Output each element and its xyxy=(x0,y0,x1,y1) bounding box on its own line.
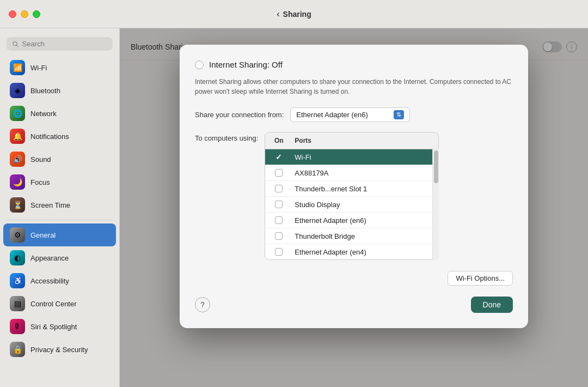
internet-sharing-radio[interactable] xyxy=(195,61,204,69)
internet-sharing-title: Internet Sharing: Off xyxy=(209,60,283,69)
port-row-thunderbolt-ethernet[interactable]: Thunderb...ernet Slot 1 xyxy=(265,181,438,197)
sidebar-label-network: Network xyxy=(30,110,57,118)
notifications-icon: 🔔 xyxy=(10,129,25,144)
sound-icon: 🔊 xyxy=(10,152,25,167)
sidebar-label-controlcenter: Control Center xyxy=(30,300,77,308)
sidebar-items: 📶Wi-Fi◈Bluetooth🌐Network🔔Notifications🔊S… xyxy=(0,56,119,361)
sidebar-label-privacy: Privacy & Security xyxy=(30,346,88,354)
share-from-label: Share your connection from: xyxy=(195,111,284,119)
port-row-studio-display[interactable]: Studio Display xyxy=(265,197,438,213)
port-checkbox-ethernet-en4[interactable] xyxy=(275,248,283,256)
port-checkbox-col-ethernet-en6 xyxy=(265,216,292,224)
port-checkmark-wifi: ✓ xyxy=(275,153,282,161)
port-checkbox-thunderbolt-bridge[interactable] xyxy=(275,232,283,240)
sidebar-item-siri[interactable]: 🎙Siri & Spotlight xyxy=(3,315,116,338)
port-name-ax88179a: AX88179A xyxy=(295,169,328,177)
sidebar-item-screentime[interactable]: ⏳Screen Time xyxy=(3,194,116,216)
ports-header-on: On xyxy=(265,135,292,147)
port-name-ethernet-en4: Ethernet Adapter (en4) xyxy=(295,248,366,256)
port-checkbox-col-ax88179a xyxy=(265,169,292,177)
port-name-col-wifi: Wi-Fi xyxy=(292,152,438,162)
port-name-col-thunderbolt-ethernet: Thunderb...ernet Slot 1 xyxy=(292,184,438,194)
controlcenter-icon: ▤ xyxy=(10,296,25,311)
port-row-ethernet-en6[interactable]: Ethernet Adapter (en6) xyxy=(265,213,438,228)
port-checkbox-col-wifi: ✓ xyxy=(265,153,292,161)
port-row-ethernet-en4[interactable]: Ethernet Adapter (en4) xyxy=(265,244,438,259)
content-area: Bluetooth Sharing i Internet Sharing: Of… xyxy=(120,28,588,387)
page-title: Sharing xyxy=(283,10,311,19)
sidebar-label-wifi: Wi-Fi xyxy=(30,64,47,72)
modal-bottom: ? Done xyxy=(195,297,513,313)
port-name-thunderbolt-bridge: Thunderbolt Bridge xyxy=(295,232,355,240)
window-title: ‹ Sharing xyxy=(277,9,311,19)
port-checkbox-ax88179a[interactable] xyxy=(275,169,283,177)
port-name-wifi: Wi-Fi xyxy=(295,153,311,161)
sidebar-label-accessibility: Accessibility xyxy=(30,277,69,285)
main-layout: 📶Wi-Fi◈Bluetooth🌐Network🔔Notifications🔊S… xyxy=(0,28,588,387)
sidebar-label-siri: Siri & Spotlight xyxy=(30,323,77,331)
svg-line-1 xyxy=(16,45,18,46)
sidebar-item-bluetooth[interactable]: ◈Bluetooth xyxy=(3,79,116,102)
to-computers-row: To computers using: On Ports ✓Wi-FiAX881… xyxy=(195,132,513,260)
sidebar-item-notifications[interactable]: 🔔Notifications xyxy=(3,125,116,148)
port-name-col-ax88179a: AX88179A xyxy=(292,168,438,178)
ports-header-name: Ports xyxy=(292,135,438,147)
back-button[interactable]: ‹ xyxy=(277,9,279,19)
port-checkbox-col-ethernet-en4 xyxy=(265,248,292,256)
dropdown-arrows-icon: ⇅ xyxy=(394,110,404,119)
port-name-col-ethernet-en4: Ethernet Adapter (en4) xyxy=(292,247,438,257)
focus-icon: 🌙 xyxy=(10,174,25,190)
ports-scrollbar-thumb xyxy=(434,150,438,183)
screentime-icon: ⏳ xyxy=(10,197,25,213)
close-button[interactable] xyxy=(9,10,16,18)
search-input[interactable] xyxy=(22,40,107,48)
sidebar-label-general: General xyxy=(30,231,56,239)
network-icon: 🌐 xyxy=(10,106,25,121)
port-row-thunderbolt-bridge[interactable]: Thunderbolt Bridge xyxy=(265,228,438,244)
port-checkbox-col-thunderbolt-bridge xyxy=(265,232,292,240)
sidebar-item-focus[interactable]: 🌙Focus xyxy=(3,171,116,194)
port-row-wifi[interactable]: ✓Wi-Fi xyxy=(265,149,438,165)
sidebar-item-appearance[interactable]: ◐Appearance xyxy=(3,246,116,269)
ports-scrollbar[interactable] xyxy=(432,148,439,260)
minimize-button[interactable] xyxy=(21,10,28,18)
sidebar-item-general[interactable]: ⚙General xyxy=(3,223,116,246)
port-checkbox-col-thunderbolt-ethernet xyxy=(265,185,292,192)
port-name-studio-display: Studio Display xyxy=(295,201,340,209)
internet-sharing-description: Internet Sharing allows other computers … xyxy=(195,77,513,96)
port-checkbox-thunderbolt-ethernet[interactable] xyxy=(275,185,283,192)
sidebar-item-network[interactable]: 🌐Network xyxy=(3,102,116,125)
sidebar-label-bluetooth: Bluetooth xyxy=(30,87,60,95)
done-button[interactable]: Done xyxy=(471,297,513,313)
sidebar-label-sound: Sound xyxy=(30,155,51,164)
accessibility-icon: ♿ xyxy=(10,273,25,288)
connection-source-dropdown[interactable]: Ethernet Adapter (en6) ⇅ xyxy=(290,107,410,122)
sidebar-label-focus: Focus xyxy=(30,178,50,186)
port-checkbox-col-studio-display xyxy=(265,201,292,208)
sidebar-item-privacy[interactable]: 🔒Privacy & Security xyxy=(3,338,116,361)
search-box[interactable] xyxy=(7,37,113,51)
maximize-button[interactable] xyxy=(33,10,40,18)
port-checkbox-studio-display[interactable] xyxy=(275,201,283,208)
sidebar-item-controlcenter[interactable]: ▤Control Center xyxy=(3,292,116,315)
appearance-icon: ◐ xyxy=(10,250,25,265)
ports-table-header: On Ports xyxy=(265,132,438,149)
port-row-ax88179a[interactable]: AX88179A xyxy=(265,165,438,181)
wifi-options-button[interactable]: Wi-Fi Options... xyxy=(448,271,513,286)
sidebar-item-accessibility[interactable]: ♿Accessibility xyxy=(3,269,116,292)
sidebar-label-notifications: Notifications xyxy=(30,132,69,141)
sidebar-item-sound[interactable]: 🔊Sound xyxy=(3,148,116,171)
port-name-col-studio-display: Studio Display xyxy=(292,199,438,209)
port-checkbox-ethernet-en6[interactable] xyxy=(275,216,283,224)
port-name-ethernet-en6: Ethernet Adapter (en6) xyxy=(295,216,366,225)
sidebar-label-appearance: Appearance xyxy=(30,254,69,262)
port-name-thunderbolt-ethernet: Thunderb...ernet Slot 1 xyxy=(295,185,367,193)
search-icon xyxy=(12,40,19,48)
ports-rows: ✓Wi-FiAX88179AThunderb...ernet Slot 1Stu… xyxy=(265,149,438,259)
connection-source-value: Ethernet Adapter (en6) xyxy=(296,111,389,119)
sidebar-label-screentime: Screen Time xyxy=(30,201,70,209)
ports-table-wrapper: On Ports ✓Wi-FiAX88179AThunderb...ernet … xyxy=(265,132,439,260)
sidebar-item-wifi[interactable]: 📶Wi-Fi xyxy=(3,56,116,79)
sharing-modal: Internet Sharing: Off Internet Sharing a… xyxy=(180,45,528,328)
help-button[interactable]: ? xyxy=(195,297,210,312)
